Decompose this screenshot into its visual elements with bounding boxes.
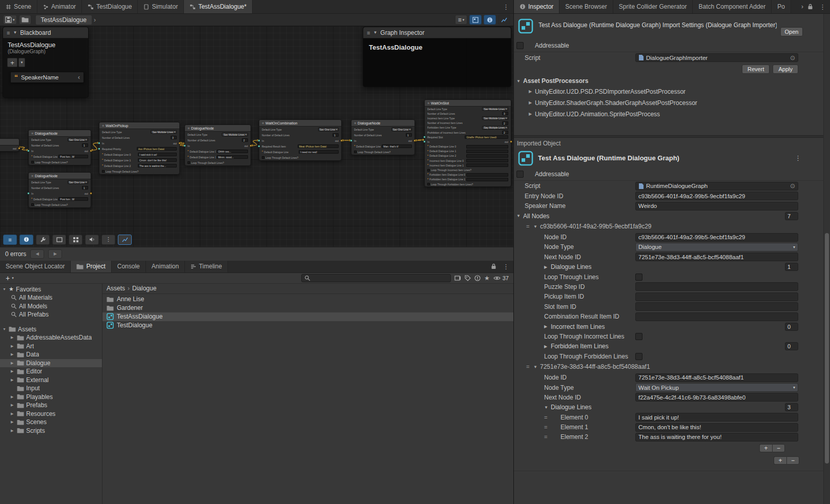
add-property-button[interactable]: + xyxy=(7,58,17,67)
tree-folder[interactable]: ▶ Scenes xyxy=(0,418,102,427)
graph-node-waitonpickup[interactable]: ≡WaitOnPickupDefault Line TypeSay Multip… xyxy=(99,122,180,175)
loop-through-lines-checkbox[interactable] xyxy=(635,274,642,281)
remove-node-button[interactable]: − xyxy=(786,456,799,465)
graph-more-button[interactable]: ⋮ xyxy=(101,235,115,245)
output-port[interactable] xyxy=(18,147,20,150)
alert-filter-button[interactable] xyxy=(474,275,481,281)
node-toggle-row[interactable]: Loop Through Default Lines? xyxy=(185,160,251,165)
input-port[interactable] xyxy=(27,192,30,195)
lock-icon[interactable] xyxy=(807,4,813,10)
node-field-row[interactable]: Default Line TypeSay Multiple Lines▾ xyxy=(425,107,511,111)
asset-item[interactable]: TestDialogue xyxy=(102,321,513,330)
hidden-items-toggle[interactable]: 37 xyxy=(493,275,509,281)
node-dialogue-line-row[interactable]: “Default Dialogue Line 0 xyxy=(425,144,511,149)
input-port[interactable] xyxy=(183,144,186,147)
node-checkbox[interactable] xyxy=(102,170,105,173)
input-port[interactable] xyxy=(98,142,100,144)
node-field-row[interactable]: Default Line TypeSay Multiple Lines▾ xyxy=(185,132,251,137)
forbidden-item-lines-foldout[interactable]: ▶ Forbidden Item Lines 0 xyxy=(514,342,830,351)
node-title[interactable]: ≡WaitOnPickup xyxy=(99,122,179,129)
collapse-chevron-icon[interactable]: ▼ xyxy=(373,30,377,35)
node-dialogue-line-row[interactable]: “Default Dialogue Line 1Mmm, good... xyxy=(185,154,251,160)
node-field-row[interactable]: Number of Default Lines1 xyxy=(29,142,91,148)
script-field[interactable]: RuntimeDialogueGraph ⊙ xyxy=(635,182,798,191)
node-toggle-row[interactable]: Loop Through Default Lines? xyxy=(99,169,179,174)
node-checkbox[interactable] xyxy=(427,183,430,185)
node-toggle-row[interactable]: Loop Through Default Lines? xyxy=(351,149,414,155)
kebab-menu-icon[interactable]: ⋮ xyxy=(503,3,509,11)
graph-chart-button[interactable] xyxy=(118,235,132,245)
next-error-button[interactable]: ▶ xyxy=(48,249,62,259)
graph-node-waitonslot[interactable]: ≡WaitOnSlotDefault Line TypeSay Multiple… xyxy=(424,99,511,187)
favorites-star-button[interactable]: ★ xyxy=(484,275,490,282)
panel-tab[interactable]: Sprite Collider Generator xyxy=(613,0,693,13)
tree-folder[interactable]: ▶ Prefabs xyxy=(0,401,102,410)
editor-tab[interactable]: Animator xyxy=(37,0,82,13)
panel-tab[interactable]: Po xyxy=(772,0,791,13)
node-toggle-row[interactable]: Loop Through Default Lines? xyxy=(29,202,91,207)
tree-folder[interactable]: ▶ Input xyxy=(0,384,102,393)
node-type-dropdown[interactable]: Wait On Pickup▾ xyxy=(635,383,798,392)
node-checkbox[interactable] xyxy=(354,151,357,153)
node-dialogue-line-row[interactable]: “Default Dialogue Line 1 xyxy=(425,149,511,154)
save-button[interactable]: ▾ xyxy=(3,15,17,25)
node-field-row[interactable]: Number of Default Lines3 xyxy=(99,135,179,140)
open-button[interactable]: Open xyxy=(780,27,803,36)
element-field[interactable]: The ass is waiting there for you! xyxy=(635,433,798,442)
search-by-type-button[interactable] xyxy=(454,275,461,281)
node-dialogue-line-row[interactable]: “Default Dialogue LinePost boy...W xyxy=(29,196,91,202)
graph-grid-button[interactable] xyxy=(69,235,82,245)
apply-button[interactable]: Apply xyxy=(773,65,798,74)
graph-node-dialoguenode[interactable]: ≡DialogueNodeDefault Line TypeSay One Li… xyxy=(28,130,91,165)
node-title[interactable]: ≡DialogueNode xyxy=(185,125,251,132)
graph-breadcrumb[interactable]: TestAssDialogue xyxy=(36,15,92,25)
asset-postprocessors-foldout[interactable]: ▼ Asset PostProcessors xyxy=(514,76,830,86)
speaker-name-field[interactable]: Weirdo xyxy=(635,202,798,211)
node-field-row[interactable]: Default Line TypeSay One Line▾ xyxy=(29,179,91,185)
node-toggle-row[interactable]: Loop Through Default Lines? xyxy=(29,159,91,165)
output-port[interactable] xyxy=(90,150,92,152)
next-node-field[interactable]: f22a475e-4c2f-41c6-9b73-6a83498abfe0 xyxy=(635,393,798,402)
output-port[interactable] xyxy=(250,144,252,147)
node-field-row[interactable]: Prohibition of Incorrect Item Lines2 xyxy=(425,130,511,135)
remove-element-button[interactable]: − xyxy=(772,444,785,452)
editor-tab[interactable]: TestAssDialogue* xyxy=(184,0,253,13)
lock-icon[interactable] xyxy=(491,263,496,269)
node-title[interactable]: ≡StartNode xyxy=(0,139,19,145)
drag-handle-icon[interactable]: = xyxy=(526,223,533,229)
graph-inspector-header[interactable]: ≡ ▼ Graph Inspector xyxy=(363,27,511,38)
editor-tab[interactable]: Simulator xyxy=(138,0,184,13)
node-field-row[interactable]: Forbidden Item Line TypeSay Multiple Lin… xyxy=(425,125,511,130)
output-port[interactable] xyxy=(340,139,343,142)
folder-button[interactable] xyxy=(19,15,31,25)
drag-handle-icon[interactable]: = xyxy=(526,364,533,370)
node-checkbox[interactable] xyxy=(427,169,430,172)
addressable-checkbox[interactable] xyxy=(516,171,524,178)
drag-handle-icon[interactable]: = xyxy=(544,414,551,421)
node-field-row[interactable]: Number of Default Lines2 xyxy=(185,137,251,143)
node-field-row[interactable]: Default Line TypeSay One Line▾ xyxy=(29,137,91,142)
blackboard-toggle-button[interactable] xyxy=(498,15,510,25)
favorites-item[interactable]: All Materials xyxy=(0,293,102,302)
add-node-button[interactable]: + xyxy=(774,456,786,465)
panel-tab[interactable]: Inspector xyxy=(514,0,559,13)
loop-incorrect-checkbox[interactable] xyxy=(635,333,642,340)
dialogue-lines-foldout[interactable]: ▶ Dialogue Lines 1 xyxy=(514,262,830,272)
search-by-label-button[interactable] xyxy=(465,275,471,281)
node-title[interactable]: ≡DialogueNode xyxy=(29,173,91,179)
assets-root[interactable]: ▼ Assets xyxy=(0,325,102,334)
graph-frame-button[interactable] xyxy=(52,235,66,245)
graph-node-dialoguenode[interactable]: ≡DialogueNodeDefault Line TypeSay Multip… xyxy=(184,124,251,166)
node-field-row[interactable]: Number of Default Lines1 xyxy=(351,132,414,138)
panel-tab[interactable]: Scene Object Locator xyxy=(0,261,71,272)
add-element-button[interactable]: + xyxy=(759,444,772,452)
node-field-row[interactable]: Number of Default Lines3 xyxy=(425,111,511,116)
asset-item[interactable]: Gardener xyxy=(102,304,513,312)
input-port[interactable] xyxy=(423,136,426,138)
panel-tab[interactable]: Project xyxy=(71,261,111,272)
blackboard-panel[interactable]: ≡ ▼ Blackboard TestAssDialogue (Dialogue… xyxy=(3,27,89,98)
postprocessor-item[interactable]: ▶ UnityEditor.U2D.PSD.PSDImporterAssetPo… xyxy=(514,86,830,97)
node-dialogue-line-row[interactable]: “Default Dialogue LineI need my rest! xyxy=(259,149,341,155)
node-port-row[interactable]: out xyxy=(0,145,19,151)
node-id-field[interactable]: 7251e73e-38d3-44ff-a8c5-bcf54088aaf1 xyxy=(635,373,798,382)
